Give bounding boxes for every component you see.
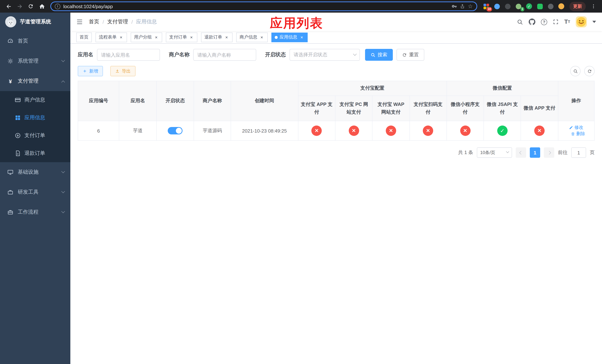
app-name-input[interactable] bbox=[97, 49, 160, 61]
tab-close-icon[interactable] bbox=[299, 35, 304, 40]
chevron-down-icon[interactable] bbox=[592, 21, 596, 23]
merchant-name-input[interactable] bbox=[193, 49, 256, 61]
tab-process-form[interactable]: 流程表单 bbox=[96, 32, 127, 42]
extension-icon-blue[interactable] bbox=[493, 3, 501, 10]
font-size-icon[interactable] bbox=[564, 19, 570, 25]
bookmark-star-icon[interactable] bbox=[468, 3, 473, 10]
tags-bar: 首页 流程表单 用户分组 支付订单 退款订单 商户信息 应用信息 bbox=[70, 31, 602, 44]
sidebar-item-label: 系统管理 bbox=[18, 58, 39, 64]
sidebar-item-system[interactable]: 系统管理 bbox=[0, 51, 70, 71]
search-icon[interactable] bbox=[517, 19, 523, 25]
tab-close-icon[interactable] bbox=[154, 35, 159, 40]
download-icon bbox=[115, 69, 119, 73]
chevron-left-icon bbox=[519, 151, 523, 154]
fullscreen-icon[interactable] bbox=[553, 19, 559, 25]
dashboard-icon bbox=[7, 38, 13, 44]
export-button[interactable]: 导出 bbox=[110, 66, 136, 76]
tab-label: 流程表单 bbox=[99, 34, 117, 40]
extensions-cluster: 10 1 bbox=[483, 3, 565, 10]
extension-grid-icon[interactable]: 10 bbox=[483, 3, 490, 10]
add-button[interactable]: 新增 bbox=[78, 66, 103, 76]
extension-icon-profile[interactable]: 1 bbox=[515, 3, 522, 10]
url-text[interactable]: localhost:1024/pay/app bbox=[63, 3, 449, 9]
sidebar-item-label: 基础设施 bbox=[18, 169, 39, 175]
sidebar-item-label: 支付管理 bbox=[18, 78, 39, 85]
chevron-down-icon bbox=[61, 189, 65, 193]
filter-form: 应用名 商户名称 开启状态 请选择开启状态 bbox=[78, 49, 595, 61]
breadcrumb-home[interactable]: 首页 bbox=[89, 19, 99, 25]
logo[interactable]: 芋道管理系统 bbox=[0, 13, 70, 31]
credit-card-icon bbox=[15, 97, 21, 103]
edit-link[interactable]: 修改 bbox=[569, 124, 583, 131]
tab-app-info[interactable]: 应用信息 bbox=[271, 32, 308, 42]
refresh-table-button[interactable] bbox=[584, 66, 595, 76]
tab-home[interactable]: 首页 bbox=[76, 32, 92, 42]
alipay-wap-status-icon bbox=[386, 126, 396, 136]
search-button[interactable]: 搜索 bbox=[365, 49, 393, 61]
group-header-alipay: 支付宝配置 bbox=[298, 81, 447, 96]
tab-close-icon[interactable] bbox=[118, 35, 124, 40]
toggle-search-button[interactable] bbox=[570, 66, 580, 76]
hamburger-icon[interactable] bbox=[76, 19, 83, 25]
tab-close-icon[interactable] bbox=[189, 35, 194, 40]
share-icon[interactable] bbox=[460, 4, 465, 9]
status-label: 开启状态 bbox=[265, 52, 286, 58]
browser-menu-icon[interactable] bbox=[589, 1, 598, 11]
sidebar-item-pay-orders[interactable]: 支付订单 bbox=[0, 127, 70, 144]
sidebar-item-dev-tools[interactable]: 研发工具 bbox=[0, 182, 70, 202]
sidebar-item-refund-orders[interactable]: 退款订单 bbox=[0, 144, 70, 162]
extension-icon-green-square[interactable] bbox=[536, 3, 544, 10]
tab-refund-orders[interactable]: 退款订单 bbox=[201, 32, 233, 42]
sidebar-item-infrastructure[interactable]: 基础设施 bbox=[0, 162, 70, 182]
reset-button[interactable]: 重置 bbox=[397, 49, 424, 61]
page-size-select[interactable]: 10条/页 bbox=[477, 147, 512, 158]
extension-icon-green-check[interactable] bbox=[525, 3, 533, 10]
github-icon[interactable] bbox=[529, 19, 535, 25]
browser-update-button[interactable]: 更新 bbox=[570, 2, 586, 11]
app-shell: 芋道管理系统 首页 系统管理 支付管理 商户信息 bbox=[0, 13, 602, 364]
password-key-icon[interactable] bbox=[452, 4, 457, 9]
tab-merchant-info[interactable]: 商户信息 bbox=[236, 32, 268, 42]
status-toggle[interactable] bbox=[168, 127, 183, 134]
sidebar-item-payment[interactable]: 支付管理 bbox=[0, 71, 70, 91]
tab-label: 用户分组 bbox=[134, 34, 152, 40]
tab-pay-orders[interactable]: 支付订单 bbox=[166, 32, 197, 42]
refresh-icon[interactable] bbox=[26, 1, 35, 11]
extension-icon-puzzle[interactable] bbox=[547, 3, 554, 10]
cell-name: 芋道 bbox=[119, 121, 156, 140]
tab-close-icon[interactable] bbox=[259, 35, 264, 40]
help-icon[interactable] bbox=[541, 19, 547, 25]
page-number-button[interactable]: 1 bbox=[530, 147, 540, 158]
group-header-wechat: 微信配置 bbox=[447, 81, 558, 96]
sidebar-item-home[interactable]: 首页 bbox=[0, 31, 70, 51]
col-header-status: 开启状态 bbox=[156, 81, 194, 121]
sidebar-item-merchant-info[interactable]: 商户信息 bbox=[0, 91, 70, 109]
cell-merchant: 芋道源码 bbox=[194, 121, 231, 140]
app-title: 芋道管理系统 bbox=[20, 19, 51, 25]
cell-actions: 修改 删除 bbox=[558, 121, 595, 140]
chevron-down-icon bbox=[61, 169, 65, 173]
next-page-button[interactable] bbox=[544, 147, 554, 158]
forward-icon[interactable] bbox=[15, 1, 24, 11]
tab-close-icon[interactable] bbox=[224, 35, 229, 40]
goto-page-input[interactable] bbox=[571, 147, 586, 158]
status-select[interactable]: 请选择开启状态 bbox=[290, 49, 360, 61]
sidebar-item-workflow[interactable]: 工作流程 bbox=[0, 202, 70, 222]
delete-link[interactable]: 删除 bbox=[571, 131, 585, 137]
order-circle-icon bbox=[15, 133, 21, 139]
back-icon[interactable] bbox=[4, 1, 13, 11]
col-header-actions: 操作 bbox=[558, 81, 595, 121]
pencil-icon bbox=[569, 126, 573, 130]
home-icon[interactable] bbox=[37, 1, 47, 11]
tab-user-group[interactable]: 用户分组 bbox=[131, 32, 162, 42]
tab-label: 首页 bbox=[80, 34, 88, 40]
site-info-icon[interactable] bbox=[55, 3, 60, 9]
breadcrumb-payment[interactable]: 支付管理 bbox=[107, 19, 128, 25]
extension-icon-dark[interactable] bbox=[504, 3, 511, 10]
extension-icon-face[interactable] bbox=[558, 3, 565, 10]
prev-page-button[interactable] bbox=[516, 147, 526, 158]
address-bar[interactable]: localhost:1024/pay/app bbox=[50, 1, 477, 11]
avatar[interactable] bbox=[576, 16, 587, 27]
delete-link-label: 删除 bbox=[576, 131, 585, 137]
sidebar-item-app-info[interactable]: 应用信息 bbox=[0, 109, 70, 127]
